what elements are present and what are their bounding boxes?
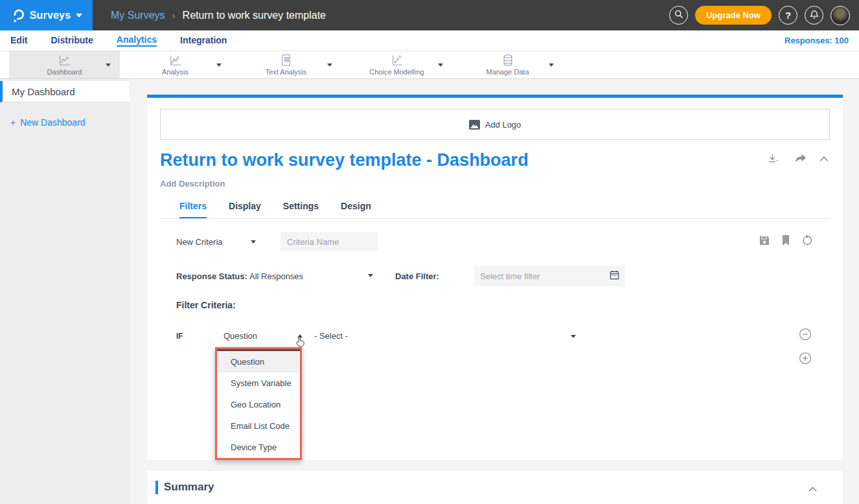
dropdown-option-question[interactable]: Question xyxy=(217,351,300,372)
toolbar-manage-data[interactable]: Manage Data xyxy=(452,51,563,78)
area-chart-icon xyxy=(168,54,183,67)
chevron-down-icon xyxy=(76,14,82,17)
condition-value-select[interactable]: - Select - xyxy=(314,331,348,341)
image-icon xyxy=(469,120,480,130)
bell-icon xyxy=(810,10,819,21)
help-button[interactable]: ? xyxy=(779,6,797,25)
line-chart-icon xyxy=(58,54,72,67)
response-status-label: Response Status: xyxy=(176,271,247,281)
chevron-up-icon[interactable] xyxy=(297,334,303,338)
toolbar-text-analysis[interactable]: Text Analysis xyxy=(231,51,341,78)
document-grid-icon xyxy=(280,54,293,67)
chevron-down-icon[interactable] xyxy=(438,63,443,67)
download-button[interactable] xyxy=(767,153,781,165)
if-label: IF xyxy=(176,332,183,341)
date-filter-label: Date Filter: xyxy=(395,271,439,281)
summary-section: Summary xyxy=(147,471,843,504)
criteria-action-icons xyxy=(759,235,813,249)
survey-subnav: Edit Distribute Analytics Integration Re… xyxy=(0,30,859,51)
criteria-select-value[interactable]: New Criteria xyxy=(176,237,251,247)
condition-type-select[interactable]: Question xyxy=(223,331,257,341)
summary-collapse-button[interactable] xyxy=(808,483,817,494)
breadcrumb: My Surveys › Return to work survey templ… xyxy=(111,10,326,21)
subnav-analytics[interactable]: Analytics xyxy=(117,34,157,47)
tab-display[interactable]: Display xyxy=(229,201,261,218)
chevron-down-icon[interactable] xyxy=(571,335,576,338)
bookmark-icon[interactable] xyxy=(781,235,790,249)
topbar-actions: Upgrade Now ? xyxy=(669,0,850,30)
dashboard-card: Add Logo Return to work survey template … xyxy=(147,95,843,460)
filter-criteria-label: Filter Criteria: xyxy=(176,300,236,310)
date-filter-field[interactable] xyxy=(474,266,625,286)
share-button[interactable] xyxy=(794,154,807,164)
collapse-section-button[interactable] xyxy=(819,156,829,162)
save-icon[interactable] xyxy=(759,235,770,249)
search-icon xyxy=(674,10,683,21)
responses-count[interactable]: Responses: 100 xyxy=(785,36,849,45)
avatar[interactable] xyxy=(830,6,850,25)
tab-design[interactable]: Design xyxy=(341,201,371,218)
toolbar-dashboard[interactable]: Dashboard xyxy=(9,51,120,78)
dropdown-option-email-list-code[interactable]: Email List Code xyxy=(217,415,300,437)
chevron-down-icon[interactable] xyxy=(106,63,111,67)
dropdown-option-system-variable[interactable]: System Variable xyxy=(217,372,300,394)
toolbar-choice-modelling[interactable]: Choice Modelling xyxy=(341,51,452,78)
chevron-down-icon[interactable] xyxy=(216,63,222,67)
chevron-down-icon[interactable] xyxy=(549,63,554,67)
chevron-down-icon[interactable] xyxy=(368,274,373,277)
upgrade-now-button[interactable]: Upgrade Now xyxy=(695,6,772,25)
subnav-distribute[interactable]: Distribute xyxy=(51,35,93,46)
breadcrumb-current-survey: Return to work survey template xyxy=(183,10,326,21)
reset-icon[interactable] xyxy=(801,235,813,249)
scatter-chart-icon xyxy=(390,54,404,67)
subnav-edit[interactable]: Edit xyxy=(10,35,27,46)
add-logo-label: Add Logo xyxy=(485,120,521,130)
subnav-integration[interactable]: Integration xyxy=(180,35,227,46)
product-switcher[interactable]: Surveys xyxy=(0,0,93,30)
plus-icon: + xyxy=(10,117,16,128)
toolbar-manage-data-label: Manage Data xyxy=(486,68,529,76)
breadcrumb-separator: › xyxy=(172,10,176,21)
database-icon xyxy=(501,54,514,67)
dropdown-option-geo-location[interactable]: Geo Location xyxy=(217,394,300,415)
tab-settings[interactable]: Settings xyxy=(283,201,319,218)
chevron-down-icon[interactable] xyxy=(251,240,256,244)
add-condition-icon[interactable] xyxy=(799,352,812,367)
dashboard-main-area: Add Logo Return to work survey template … xyxy=(130,79,859,504)
criteria-name-input[interactable] xyxy=(281,232,378,251)
add-logo-dropzone[interactable]: Add Logo xyxy=(160,109,830,140)
question-mark-icon: ? xyxy=(785,10,791,21)
status-date-row: Response Status: All Responses Date Filt… xyxy=(176,266,811,286)
dashboard-sidebar: My Dashboard + New Dashboard xyxy=(0,79,130,504)
filter-condition-row: IF Question - Select - xyxy=(176,330,814,343)
date-filter-input[interactable] xyxy=(480,271,610,281)
condition-row-actions xyxy=(799,328,812,367)
product-name: Surveys xyxy=(30,10,71,21)
new-dashboard-label: New Dashboard xyxy=(20,117,85,128)
questionpro-logo-icon xyxy=(10,6,25,25)
calendar-icon xyxy=(610,270,619,282)
summary-accent-bar xyxy=(155,481,158,494)
dashboard-tabs: Filters Display Settings Design xyxy=(160,201,830,219)
new-dashboard-button[interactable]: + New Dashboard xyxy=(0,117,130,128)
sidebar-item-my-dashboard[interactable]: My Dashboard xyxy=(0,81,130,102)
top-header-bar: Surveys My Surveys › Return to work surv… xyxy=(0,0,859,30)
add-description-field[interactable]: Add Description xyxy=(160,179,225,189)
summary-title: Summary xyxy=(164,481,214,494)
toolbar-dashboard-label: Dashboard xyxy=(47,68,82,76)
response-status-select[interactable]: All Responses xyxy=(249,271,303,281)
criteria-select[interactable]: New Criteria xyxy=(176,232,256,251)
toolbar-choice-modelling-label: Choice Modelling xyxy=(369,68,424,76)
dashboard-title[interactable]: Return to work survey template - Dashboa… xyxy=(160,150,529,170)
chevron-down-icon[interactable] xyxy=(327,63,332,67)
toolbar-analysis[interactable]: Analysis xyxy=(120,51,231,78)
toolbar-analysis-label: Analysis xyxy=(162,68,189,76)
tab-filters[interactable]: Filters xyxy=(179,201,207,218)
search-button[interactable] xyxy=(669,6,688,25)
dropdown-option-device-type[interactable]: Device Type xyxy=(217,437,300,458)
remove-condition-icon[interactable] xyxy=(799,328,812,343)
breadcrumb-my-surveys[interactable]: My Surveys xyxy=(111,10,165,21)
analytics-toolbar: Dashboard Analysis Text Analysis Choice … xyxy=(0,51,859,79)
notifications-button[interactable] xyxy=(805,6,823,25)
title-action-icons xyxy=(767,153,829,165)
